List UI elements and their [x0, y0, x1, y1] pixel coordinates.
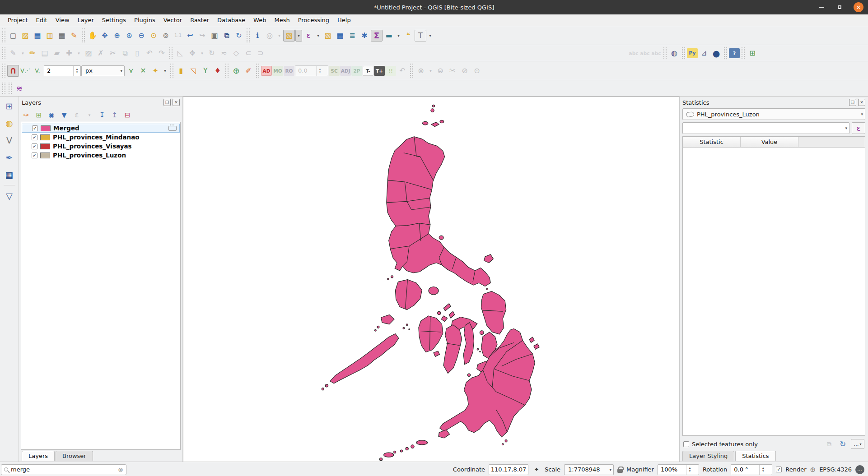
layer-row-merged[interactable]: ✓ Merged	[22, 124, 180, 133]
add-polygon-feature-button[interactable]: ▰	[51, 47, 63, 59]
tab-statistics[interactable]: Statistics	[735, 451, 775, 461]
layers-panel-close-button[interactable]: ✕	[173, 99, 180, 106]
edit-map-button[interactable]: ✐	[243, 65, 254, 77]
cad-mo-button[interactable]: MO	[272, 66, 283, 76]
gps-pin-button[interactable]: ♦	[212, 65, 224, 77]
memory-layer-indicator-icon[interactable]	[168, 126, 177, 131]
column-header-statistic[interactable]: Statistic	[683, 137, 741, 147]
move-feature-button[interactable]: ✥	[187, 47, 198, 59]
zoom-to-layer-button[interactable]: ⊚	[160, 30, 172, 42]
map-tips-button[interactable]: ❝	[402, 30, 414, 42]
minimize-button[interactable]: —	[817, 3, 826, 11]
selected-features-checkbox[interactable]	[683, 441, 689, 447]
layer-diagram-button[interactable]: abc	[639, 48, 650, 58]
toolbar-handle[interactable]	[724, 47, 727, 59]
layer-row-mindanao[interactable]: ✓ PHL_provinces_Mindanao	[21, 133, 180, 142]
coordinate-field[interactable]: 110.17,8.07	[489, 464, 528, 475]
zoom-in-button[interactable]: ⊕	[111, 30, 123, 42]
crs-status[interactable]: EPSG:4326	[819, 466, 852, 473]
tab-layers[interactable]: Layers	[22, 451, 55, 461]
feature-action-dropdown[interactable]: ▾	[276, 30, 283, 42]
select-features-dropdown[interactable]: ▾	[295, 30, 302, 42]
paste-features-button[interactable]: ▯	[131, 47, 143, 59]
toolbar-handle[interactable]	[410, 64, 413, 78]
maximize-button[interactable]	[835, 3, 844, 11]
simplify-feature-button[interactable]: ≈	[218, 47, 230, 59]
menu-view[interactable]: View	[51, 15, 74, 25]
profile-plot-button[interactable]: ⊿	[698, 47, 710, 59]
measure-dropdown[interactable]: ▾	[395, 30, 402, 42]
cad-2p-button[interactable]: 2P	[351, 66, 362, 76]
vertex-tool-dropdown[interactable]: ▾	[75, 47, 82, 59]
toolbar-handle[interactable]	[82, 28, 85, 42]
layer-row-visayas[interactable]: ✓ PHL_provinces_Visayas	[21, 142, 180, 151]
open-attribute-table-button[interactable]: ▦	[334, 30, 346, 42]
statistics-options-button[interactable]: …▾	[851, 439, 864, 449]
layers-panel-float-button[interactable]: ❐	[163, 99, 171, 106]
render-checkbox[interactable]: ✓	[776, 467, 782, 472]
lock-scale-icon[interactable]	[617, 469, 623, 473]
style-manager-button[interactable]: ✎	[68, 30, 80, 42]
cut-features-button[interactable]: ✂	[107, 47, 119, 59]
column-header-value[interactable]: Value	[741, 137, 798, 147]
layer-row-luzon[interactable]: ✓ PHL_provinces_Luzon	[21, 151, 180, 160]
zoom-to-selection-button[interactable]: ⊙	[148, 30, 159, 42]
scale-combo[interactable]: 1:7708948 ▾	[564, 464, 614, 475]
tracing-dropdown[interactable]: ▾	[162, 65, 168, 77]
zoom-next-button[interactable]: ↪	[196, 30, 208, 42]
move-feature-dropdown[interactable]: ▾	[199, 47, 205, 59]
save-project-button[interactable]: ▤	[32, 30, 43, 42]
locator-search-input[interactable]	[11, 466, 115, 473]
cad-sc-button[interactable]: SC	[329, 66, 340, 76]
select-by-expression-button[interactable]: ε	[303, 30, 314, 42]
python-console-button[interactable]: Py	[687, 48, 698, 58]
pan-map-button[interactable]: ✋	[87, 30, 98, 42]
topological-editing-button[interactable]: ⋎	[125, 65, 137, 77]
layer-checkbox[interactable]: ✓	[32, 153, 37, 158]
geometry-checker-button[interactable]: ⊗	[415, 65, 427, 77]
manage-map-themes-button[interactable]: ◉	[46, 110, 57, 120]
undo-button[interactable]: ↶	[144, 47, 155, 59]
recalculate-statistics-button[interactable]: ↻	[837, 439, 848, 449]
menu-mesh[interactable]: Mesh	[270, 15, 294, 25]
snap-vertex-button[interactable]: V⋰	[19, 65, 31, 77]
toolbar-handle[interactable]	[169, 47, 173, 59]
layer-checkbox[interactable]: ✓	[32, 134, 37, 140]
menu-plugins[interactable]: Plugins	[130, 15, 159, 25]
open-project-button[interactable]: ▨	[19, 30, 31, 42]
toolbar-handle[interactable]	[170, 64, 173, 78]
highlight-pinned-labels-button[interactable]: abc	[651, 48, 662, 58]
dissolve-features-button[interactable]: ⊙	[471, 65, 483, 77]
text-annotation-button[interactable]: T	[415, 30, 426, 42]
toggle-editing-button[interactable]: ✏	[27, 47, 38, 59]
rotation-input[interactable]	[731, 465, 759, 475]
magnifier-arrows[interactable]: ▴▾	[686, 465, 693, 475]
menu-settings[interactable]: Settings	[98, 15, 130, 25]
toolbar-handle[interactable]	[742, 47, 745, 59]
snap-segment-button[interactable]: V.	[32, 65, 43, 77]
toolbar-handle[interactable]	[247, 28, 250, 42]
osm-globe-button[interactable]: ●	[710, 47, 722, 59]
snap-tolerance-arrows[interactable]: ▴▾	[73, 66, 80, 76]
measure-button[interactable]: ▬	[383, 30, 395, 42]
tracing-button[interactable]: ✦	[149, 65, 161, 77]
menu-project[interactable]: Project	[4, 15, 32, 25]
menu-layer[interactable]: Layer	[74, 15, 98, 25]
zoom-to-feature-button[interactable]: ⊕	[230, 65, 242, 77]
new-geopackage-layer-button[interactable]: ✒	[3, 151, 16, 164]
messages-button[interactable]: …	[855, 465, 864, 474]
close-button[interactable]: ✕	[854, 2, 863, 12]
new-virtual-layer-button[interactable]: ▽	[3, 189, 16, 203]
tab-layer-styling[interactable]: Layer Styling	[682, 451, 734, 461]
filter-expression-dropdown[interactable]: ▾	[84, 110, 95, 120]
copy-features-button[interactable]: ⧉	[119, 47, 131, 59]
map-canvas[interactable]	[183, 97, 679, 462]
add-group-button[interactable]: ⊞	[33, 110, 44, 120]
fill-ring-button[interactable]: ◇	[230, 47, 242, 59]
plugin-table-refresh-button[interactable]: ⊞	[747, 47, 758, 59]
statistics-panel-close-button[interactable]: ✕	[858, 99, 865, 106]
new-scratch-layer-button[interactable]: ▦	[3, 168, 16, 181]
new-project-button[interactable]: ▢	[7, 30, 19, 42]
statistics-layer-combo[interactable]: PHL_provinces_Luzon ▾	[682, 108, 865, 120]
clear-search-icon[interactable]: ⊗	[118, 466, 123, 473]
